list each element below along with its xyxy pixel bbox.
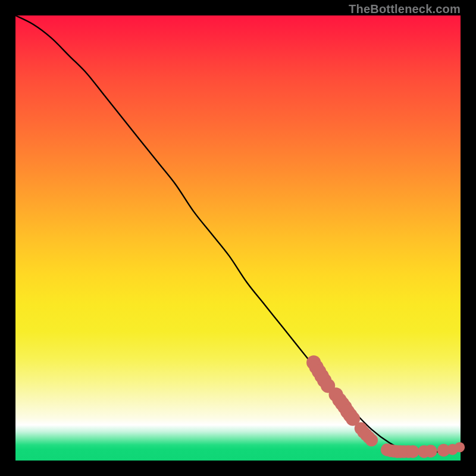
highlight-dot (424, 445, 437, 458)
highlight-dot (365, 434, 378, 446)
highlight-dot (406, 445, 419, 458)
chart-frame: TheBottleneck.com (0, 0, 476, 476)
highlight-dots (306, 355, 465, 458)
bottleneck-curve (15, 15, 461, 452)
watermark-text: TheBottleneck.com (349, 2, 461, 16)
highlight-dot (455, 442, 465, 452)
chart-overlay-svg (15, 15, 461, 461)
